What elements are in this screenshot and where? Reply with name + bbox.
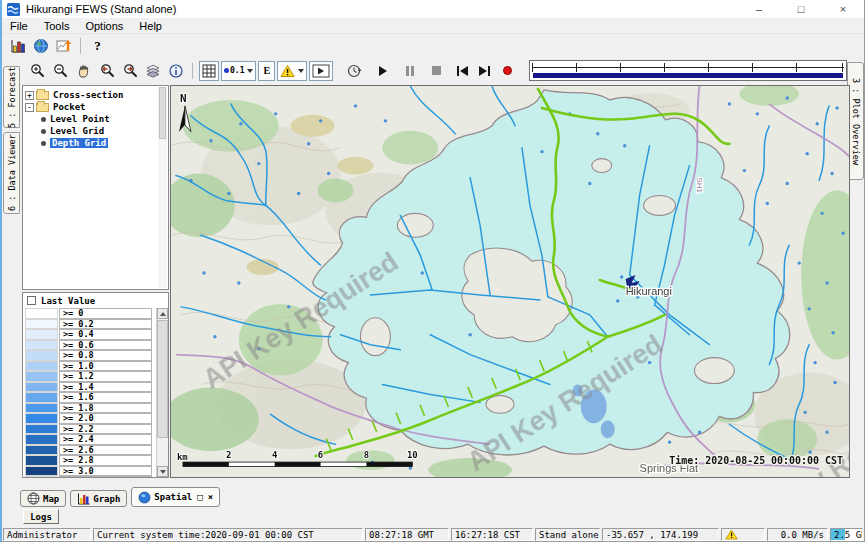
menu-options[interactable]: Options xyxy=(77,20,131,32)
logs-button[interactable]: Logs xyxy=(23,509,59,524)
time-slider-range[interactable] xyxy=(533,73,843,78)
pan-button[interactable] xyxy=(72,61,95,81)
zoom-previous-button[interactable] xyxy=(95,61,118,81)
legend-row[interactable]: >= 2.0 xyxy=(25,413,168,424)
zoom-previous-icon xyxy=(99,63,115,79)
map-canvas[interactable]: API Key Required API Key Required API Ke… xyxy=(171,86,849,477)
legend-swatch xyxy=(25,392,58,403)
town-label: Hikurangi xyxy=(626,285,672,297)
legend-row[interactable]: >= 1.6 xyxy=(25,392,168,403)
bar-chart-icon xyxy=(10,38,26,54)
step-back-button[interactable] xyxy=(450,61,473,81)
scroll-down-icon[interactable] xyxy=(157,466,168,477)
chevron-down-icon xyxy=(298,69,304,73)
tab-data-viewer[interactable]: 6 : Data Viewer xyxy=(3,132,20,214)
tab-spatial-label: Spatial xyxy=(154,492,192,502)
wire-globe-icon xyxy=(27,492,40,505)
menu-file[interactable]: File xyxy=(2,20,36,32)
minimize-button[interactable]: – xyxy=(738,0,780,18)
contour-interval-button[interactable]: 0.1 xyxy=(221,61,256,81)
tab-restore-button[interactable]: □ xyxy=(197,492,202,502)
tab-spatial[interactable]: Spatial □ × xyxy=(131,487,220,507)
scroll-up-icon[interactable] xyxy=(157,308,168,319)
close-button[interactable]: × xyxy=(822,0,864,18)
movie-export-button[interactable] xyxy=(309,61,333,81)
stop-button[interactable] xyxy=(425,61,448,81)
legend-row[interactable]: >= 1.8 xyxy=(25,403,168,414)
play-button[interactable] xyxy=(371,61,394,81)
menu-bar: File Tools Options Help xyxy=(2,18,864,34)
spatial-display-button[interactable] xyxy=(52,36,75,56)
status-user: Administrator xyxy=(3,528,91,541)
help-icon: ? xyxy=(94,38,101,54)
legend-label: >= 1.2 xyxy=(59,371,152,382)
tree-scrollbar[interactable] xyxy=(158,87,167,288)
tree-item-pocket[interactable]: - Pocket xyxy=(25,101,166,113)
layer-bullet-icon xyxy=(41,141,46,146)
collapse-icon[interactable]: - xyxy=(25,103,34,112)
legend-list: >= 0 >= 0.2 >= 0.4 >= 0.6 >= 0.8 >= 1.0 … xyxy=(25,308,168,477)
map-viewport[interactable]: API Key Required API Key Required API Ke… xyxy=(170,85,850,478)
tree-item-level-grid[interactable]: Level Grid xyxy=(25,125,166,137)
legend-scrollbar[interactable] xyxy=(156,308,168,477)
tree-item-cross-section[interactable]: + Cross-section xyxy=(25,89,166,101)
help-button[interactable]: ? xyxy=(86,36,109,56)
legend-row[interactable]: >= 0.6 xyxy=(25,340,168,351)
legend-row[interactable]: >= 1.0 xyxy=(25,361,168,372)
record-button[interactable] xyxy=(496,61,519,81)
legend-swatch xyxy=(25,466,58,477)
legend-row[interactable]: >= 3.2 xyxy=(25,476,168,477)
legend-row[interactable]: >= 0.4 xyxy=(25,329,168,340)
zoom-out-button[interactable] xyxy=(49,61,72,81)
animation-settings-button[interactable] xyxy=(342,61,365,81)
legend-row[interactable]: >= 1.4 xyxy=(25,382,168,393)
tab-map[interactable]: Map xyxy=(20,490,66,507)
status-warning[interactable] xyxy=(721,528,765,541)
tab-close-button[interactable]: × xyxy=(208,492,213,502)
zoom-next-button[interactable] xyxy=(118,61,141,81)
zoom-out-icon xyxy=(53,63,69,79)
map-display-button[interactable] xyxy=(29,36,52,56)
legend-swatch xyxy=(25,403,58,414)
legend-row[interactable]: >= 3.0 xyxy=(25,466,168,477)
tab-forecast[interactable]: 5 : Forecast xyxy=(3,66,20,128)
pause-button[interactable] xyxy=(398,61,421,81)
bottom-panel: Map Graph Spatial □ × Logs xyxy=(2,478,864,527)
legend-row[interactable]: >= 2.2 xyxy=(25,424,168,435)
zoom-in-button[interactable] xyxy=(26,61,49,81)
legend-row[interactable]: >= 1.2 xyxy=(25,371,168,382)
legend-row[interactable]: >= 2.8 xyxy=(25,455,168,466)
timeseries-dialog-button[interactable] xyxy=(6,36,29,56)
tree-item-depth-grid[interactable]: Depth Grid xyxy=(25,137,166,149)
step-forward-button[interactable] xyxy=(473,61,496,81)
menu-help[interactable]: Help xyxy=(131,20,170,32)
pause-icon xyxy=(411,66,414,76)
legend-swatch xyxy=(25,424,58,435)
road-label: SH1 xyxy=(695,178,704,194)
info-button[interactable] xyxy=(164,61,187,81)
thresholds-button[interactable] xyxy=(277,61,307,81)
tree-item-level-point[interactable]: Level Point xyxy=(25,113,166,125)
tab-graph[interactable]: Graph xyxy=(70,490,127,507)
legend-row[interactable]: >= 2.4 xyxy=(25,434,168,445)
folder-icon xyxy=(36,103,49,112)
step-forward-icon xyxy=(488,66,490,76)
maximize-button[interactable]: □ xyxy=(780,0,822,18)
legend-label: >= 0.6 xyxy=(59,340,152,351)
menu-tools[interactable]: Tools xyxy=(36,20,78,32)
legend-row[interactable]: >= 0.2 xyxy=(25,319,168,330)
legend-row[interactable]: >= 0.8 xyxy=(25,350,168,361)
layer-bullet-icon xyxy=(41,117,46,122)
tree-scrollbar-thumb[interactable] xyxy=(159,87,166,139)
tab-forecast-label: 5 : Forecast xyxy=(7,66,17,127)
classification-editor-button[interactable]: E xyxy=(258,61,275,81)
legend-scrollbar-thumb[interactable] xyxy=(157,320,168,438)
window-title: Hikurangi FEWS (Stand alone) xyxy=(26,3,176,15)
expand-icon[interactable]: + xyxy=(25,91,34,100)
legend-row[interactable]: >= 0 xyxy=(25,308,168,319)
grid-display-button[interactable] xyxy=(199,61,219,81)
last-value-checkbox[interactable] xyxy=(27,296,36,305)
time-slider[interactable] xyxy=(529,60,847,81)
legend-row[interactable]: >= 2.6 xyxy=(25,445,168,456)
layers-button[interactable] xyxy=(141,61,164,81)
